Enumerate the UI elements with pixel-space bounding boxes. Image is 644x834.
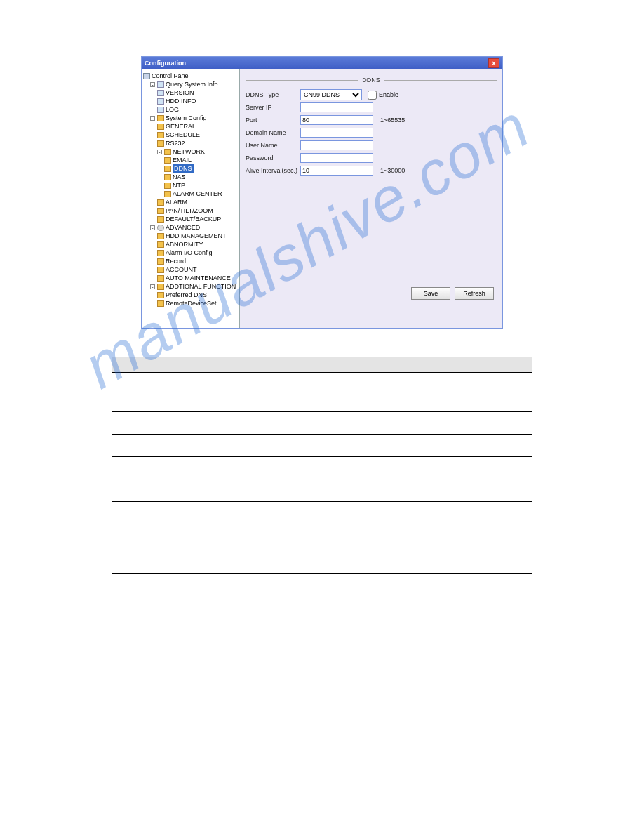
- tree-leaf-remotedeviceset[interactable]: RemoteDeviceSet: [143, 299, 238, 307]
- folder-icon: [157, 241, 164, 248]
- folder-icon: [157, 258, 164, 265]
- close-button[interactable]: ×: [488, 58, 499, 68]
- tree-leaf-alarmcenter[interactable]: ALARM CENTER: [143, 190, 238, 198]
- domain-name-input[interactable]: [300, 128, 373, 138]
- tree-leaf-email[interactable]: EMAIL: [143, 156, 238, 164]
- tree-label: VERSION: [166, 88, 194, 97]
- tree-label: RemoteDeviceSet: [166, 299, 217, 307]
- tree-label: HDD MANAGEMENT: [166, 232, 227, 240]
- tree-leaf-alarmio[interactable]: Alarm I/O Config: [143, 249, 238, 257]
- folder-icon: [157, 216, 164, 223]
- folder-icon: [157, 284, 164, 290]
- user-name-input[interactable]: [300, 140, 373, 150]
- tree-label: ADVANCED: [166, 223, 200, 232]
- tree-leaf-nas[interactable]: NAS: [143, 173, 238, 181]
- tree-leaf-version[interactable]: VERSION: [143, 88, 238, 97]
- tree-leaf-schedule[interactable]: SCHEDULE: [143, 131, 238, 139]
- folder-icon: [164, 183, 171, 189]
- tree-leaf-record[interactable]: Record: [143, 257, 238, 265]
- tree-leaf-abnormity[interactable]: ABNORMITY: [143, 240, 238, 249]
- folder-icon: [164, 174, 171, 180]
- tree-label: RS232: [166, 139, 185, 147]
- table-cell-param: [112, 502, 217, 524]
- alive-interval-input[interactable]: [300, 166, 373, 176]
- folder-icon: [157, 275, 164, 282]
- enable-checkbox[interactable]: [368, 91, 377, 100]
- folder-icon: [157, 132, 164, 138]
- table-header-param: [112, 357, 217, 373]
- tree-node-network[interactable]: -NETWORK: [143, 147, 238, 156]
- folder-icon: [157, 140, 164, 147]
- save-button[interactable]: Save: [411, 287, 450, 300]
- panel-icon: [143, 73, 150, 79]
- tree-label: ACCOUNT: [166, 265, 197, 274]
- tree-node-additional[interactable]: -ADDTIONAL FUNCTION: [143, 282, 238, 291]
- ddns-type-select[interactable]: CN99 DDNS: [300, 89, 362, 100]
- tree-label: ADDTIONAL FUNCTION: [166, 282, 236, 291]
- tree-label: ALARM: [166, 198, 187, 206]
- tree-label: PAN/TILT/ZOOM: [166, 206, 213, 215]
- table-cell-param: [112, 457, 217, 479]
- alive-range-hint: 1~30000: [380, 167, 405, 174]
- expand-icon: -: [150, 225, 155, 230]
- tree-label: EMAIL: [173, 156, 192, 164]
- folder-icon: [157, 124, 164, 130]
- folder-icon: [164, 157, 171, 164]
- configuration-window: Configuration × Control Panel -Query Sys…: [141, 56, 503, 329]
- tree-label: NETWORK: [173, 147, 205, 156]
- server-ip-input[interactable]: [300, 102, 373, 112]
- tree-label: LOG: [166, 105, 179, 114]
- tree-leaf-hddmgmt[interactable]: HDD MANAGEMENT: [143, 232, 238, 240]
- tree-leaf-log[interactable]: LOG: [143, 105, 238, 114]
- tree-node-advanced[interactable]: -ADVANCED: [143, 223, 238, 232]
- table-cell-param: [112, 373, 217, 412]
- password-label: Password: [246, 154, 300, 161]
- tree-label: DEFAULT/BACKUP: [166, 215, 221, 223]
- tree-root[interactable]: Control Panel: [143, 72, 238, 80]
- table-cell-func: [217, 479, 532, 502]
- tree-leaf-ddns[interactable]: DDNS: [143, 164, 238, 173]
- port-range-hint: 1~65535: [380, 117, 405, 124]
- tree-leaf-preferred-dns[interactable]: Preferred DNS: [143, 291, 238, 299]
- tree-leaf-rs232[interactable]: RS232: [143, 139, 238, 147]
- tree-label: HDD INFO: [166, 97, 196, 105]
- table-cell-func: [217, 412, 532, 435]
- tree-node-sysconfig[interactable]: -System Config: [143, 114, 238, 122]
- page-icon: [157, 98, 164, 105]
- folder-icon: [157, 199, 164, 206]
- folder-icon: [157, 81, 164, 88]
- server-ip-label: Server IP: [246, 104, 300, 111]
- tree-label: Query System Info: [166, 80, 218, 88]
- tree-leaf-ptz[interactable]: PAN/TILT/ZOOM: [143, 206, 238, 215]
- expand-icon: -: [157, 150, 162, 154]
- window-title: Configuration: [145, 60, 186, 67]
- table-cell-func: [217, 373, 532, 412]
- tree-label: Control Panel: [152, 72, 190, 80]
- tree-label: Alarm I/O Config: [166, 249, 213, 257]
- table-row: [112, 373, 532, 412]
- tree-leaf-hddinfo[interactable]: HDD INFO: [143, 97, 238, 105]
- folder-icon: [157, 300, 164, 307]
- password-input[interactable]: [300, 153, 373, 163]
- alive-interval-label: Alive Interval(sec.): [246, 167, 300, 174]
- tree-label: SCHEDULE: [166, 131, 200, 139]
- expand-icon: -: [150, 284, 155, 289]
- tree-leaf-general[interactable]: GENERAL: [143, 122, 238, 131]
- table-row: [112, 502, 532, 524]
- folder-icon: [157, 233, 164, 239]
- folder-icon: [157, 267, 164, 273]
- folder-icon: [157, 250, 164, 256]
- folder-icon: [164, 191, 171, 197]
- table-cell-param: [112, 435, 217, 457]
- tree-leaf-account[interactable]: ACCOUNT: [143, 265, 238, 274]
- domain-name-label: Domain Name: [246, 129, 300, 136]
- tree-leaf-alarm[interactable]: ALARM: [143, 198, 238, 206]
- table-header-row: [112, 357, 532, 373]
- refresh-button[interactable]: Refresh: [455, 287, 494, 300]
- tree-leaf-ntp[interactable]: NTP: [143, 181, 238, 190]
- tree-leaf-defaultbackup[interactable]: DEFAULT/BACKUP: [143, 215, 238, 223]
- port-input[interactable]: [300, 115, 373, 125]
- tree-node-query[interactable]: -Query System Info: [143, 80, 238, 88]
- tree-leaf-automaint[interactable]: AUTO MAINTENANCE: [143, 274, 238, 282]
- tree-label: System Config: [166, 114, 207, 122]
